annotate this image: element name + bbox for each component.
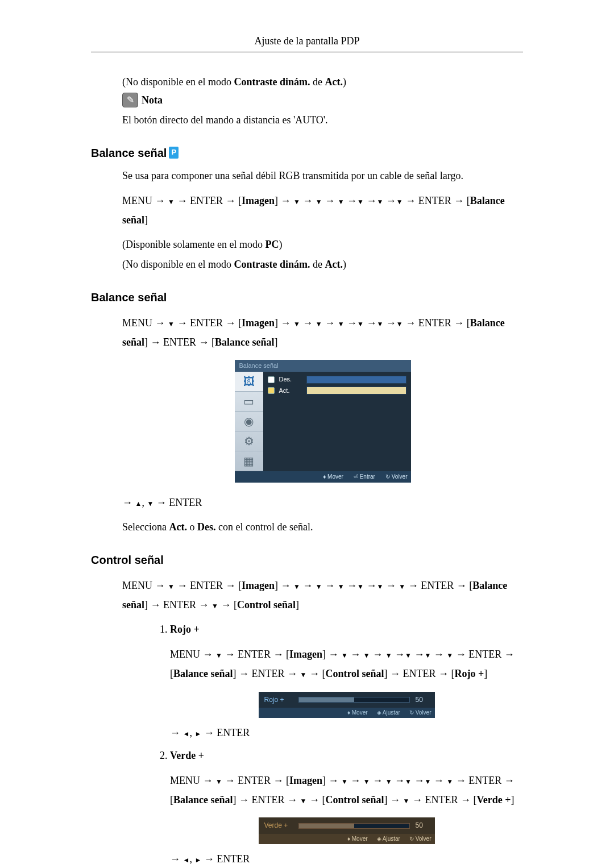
section2-path: MENU → ▼ → ENTER → [Imagen] → ▼ → ▼ → ▼ …: [122, 313, 523, 352]
radio-icon: [268, 387, 275, 394]
section3-path: MENU → ▼ → ENTER → [Imagen] → ▼ → ▼ → ▼ …: [122, 576, 523, 614]
section1-available: (Disponible solamente en el modo PC): [122, 238, 523, 252]
verde-path: MENU → ▼ → ENTER → [Imagen] → ▼ → ▼ → ▼ …: [170, 771, 523, 809]
section2-heading: Balance señal: [91, 289, 523, 305]
radio-icon: [268, 376, 275, 383]
osd-sidebar: 🖼 ▭ ◉ ⚙ ▦: [235, 372, 263, 471]
section1-desc: Se usa para componer una señal débil RGB…: [122, 169, 523, 183]
nota-label: Nota: [142, 93, 163, 107]
control-items: Rojo + MENU → ▼ → ENTER → [Imagen] → ▼ →…: [122, 622, 523, 868]
nota-text: El botón directo del mando a distancia e…: [122, 113, 523, 127]
section2-body: MENU → ▼ → ENTER → [Imagen] → ▼ → ▼ → ▼ …: [122, 313, 523, 535]
control-item-verde: Verde + MENU → ▼ → ENTER → [Imagen] → ▼ …: [170, 749, 523, 867]
osd-tab-input-icon: ▭: [235, 392, 263, 412]
rojo-nav-after: → ◄, ► → ENTER: [170, 726, 523, 740]
section1-heading: Balance señal P: [91, 145, 523, 161]
osd-tab-picture-icon: 🖼: [235, 372, 263, 392]
note-icon: ✎: [122, 93, 138, 107]
osd-tab-sound-icon: ◉: [235, 412, 263, 431]
osd-verde-bar: Verde + 50 ♦ Mover ◈ Ajustar ↻ Volver: [259, 817, 435, 844]
intro-not-available: (No disponible en el modo Contraste diná…: [122, 75, 523, 89]
osd-option-act: Act.: [268, 387, 406, 395]
control-item-rojo: Rojo + MENU → ▼ → ENTER → [Imagen] → ▼ →…: [170, 622, 523, 741]
osd-rojo-bar: Rojo + 50 ♦ Mover ◈ Ajustar ↻ Volver: [259, 692, 435, 719]
section3-body: MENU → ▼ → ENTER → [Imagen] → ▼ → ▼ → ▼ …: [122, 576, 523, 868]
section2-nav-after: → ▲, ▼ → ENTER: [122, 493, 523, 512]
verde-nav-after: → ◄, ► → ENTER: [170, 852, 523, 866]
nota-row: ✎ Nota: [122, 93, 523, 107]
osd-option-des: Des.: [268, 375, 406, 384]
page-header: Ajuste de la pantalla PDP: [91, 34, 523, 52]
osd-title: Balance señal: [235, 360, 411, 372]
section2-select-text: Selecciona Act. o Des. con el control de…: [122, 520, 523, 534]
osd-tab-setup-icon: ⚙: [235, 431, 263, 451]
osd-footer: ♦ Mover ⏎ Entrar ↻ Volver: [235, 471, 411, 483]
section1-body: Se usa para componer una señal débil RGB…: [122, 169, 523, 272]
osd-balance-panel: Balance señal 🖼 ▭ ◉ ⚙ ▦ Des. Act.: [235, 360, 411, 483]
intro-block: (No disponible en el modo Contraste diná…: [122, 75, 523, 127]
page-title: Ajuste de la pantalla PDP: [255, 35, 360, 47]
section1-path: MENU → ▼ → ENTER → [Imagen] → ▼ → ▼ → ▼ …: [122, 191, 523, 230]
osd-tab-multi-icon: ▦: [235, 451, 263, 471]
p-badge-icon: P: [169, 147, 179, 158]
section1-not-available: (No disponible en el modo Contraste diná…: [122, 258, 523, 272]
rojo-path: MENU → ▼ → ENTER → [Imagen] → ▼ → ▼ → ▼ …: [170, 645, 523, 683]
section3-heading: Control señal: [91, 552, 523, 568]
